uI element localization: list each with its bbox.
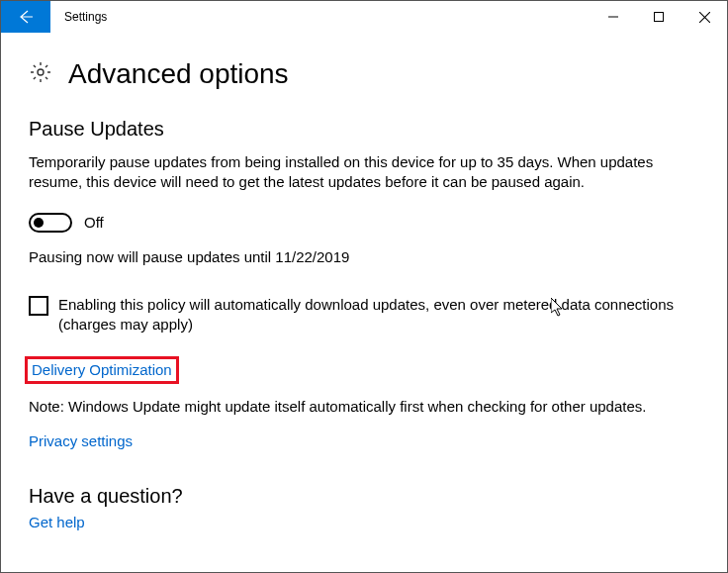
question-heading: Have a question? [29, 485, 699, 508]
gear-icon [29, 60, 52, 88]
pause-description: Temporarily pause updates from being ins… [29, 152, 699, 193]
update-note: Note: Windows Update might update itself… [29, 398, 699, 415]
toggle-knob [34, 218, 44, 228]
pause-toggle[interactable] [29, 213, 72, 233]
back-button[interactable] [1, 1, 50, 33]
maximize-button[interactable] [636, 1, 682, 33]
pause-toggle-label: Off [84, 214, 104, 231]
metered-checkbox-row: Enabling this policy will automatically … [29, 295, 699, 335]
get-help-link[interactable]: Get help [29, 514, 85, 530]
window-title: Settings [50, 1, 591, 33]
minimize-button[interactable] [591, 1, 636, 33]
svg-point-1 [38, 69, 44, 75]
pause-status: Pausing now will pause updates until 11/… [29, 248, 699, 265]
page-title: Advanced options [68, 58, 289, 90]
svg-rect-0 [655, 13, 664, 22]
window-controls [591, 1, 727, 33]
pause-toggle-row: Off [29, 213, 699, 233]
metered-checkbox[interactable] [29, 296, 48, 316]
close-button[interactable] [682, 1, 727, 33]
pause-heading: Pause Updates [29, 118, 699, 141]
delivery-optimization-link[interactable]: Delivery Optimization [32, 361, 172, 378]
privacy-settings-link[interactable]: Privacy settings [29, 432, 133, 449]
content-area: Advanced options Pause Updates Temporari… [1, 33, 727, 544]
page-header: Advanced options [29, 58, 699, 90]
delivery-optimization-highlight: Delivery Optimization [25, 356, 179, 384]
metered-label: Enabling this policy will automatically … [58, 295, 699, 335]
titlebar: Settings [1, 1, 727, 33]
